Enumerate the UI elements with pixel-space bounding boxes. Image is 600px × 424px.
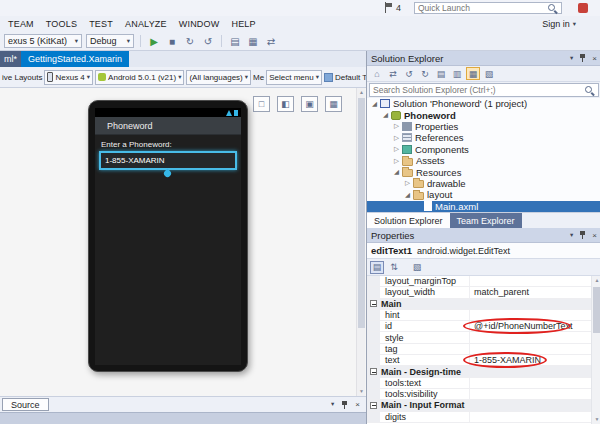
source-view-tab[interactable]: Source [2,398,49,411]
category-row-main[interactable]: Main [367,299,600,310]
phoneword-textview[interactable]: Enter a Phoneword: [101,140,241,149]
menu-help[interactable]: HELP [225,19,261,29]
expander-expanded-icon[interactable]: ◢ [381,111,390,119]
property-value[interactable]: 1-855-XAMARIN [470,355,591,365]
phone-number-edittext[interactable]: 1-855-XAMARIN [99,151,237,170]
undo-icon[interactable]: ↺ [201,34,215,48]
tree-item-assets[interactable]: ▷ Assets [367,155,600,166]
collapse-icon[interactable] [370,402,377,409]
sync-with-active-document-icon[interactable]: ▦ [466,67,480,80]
expander-collapsed-icon[interactable]: ▷ [392,145,401,153]
menu-team[interactable]: TEAM [2,19,40,29]
device-target-dropdown[interactable]: exus 5 (KitKat) ▾ [4,34,82,48]
property-row-tools-visibility[interactable]: tools:visibility [367,389,600,400]
refresh-icon[interactable]: ↻ [183,34,197,48]
menu-test[interactable]: TEST [83,19,119,29]
property-value[interactable] [470,412,591,422]
category-row-input-format[interactable]: Main - Input Format [367,400,600,411]
grid-toggle-icon[interactable]: ▦ [325,96,342,112]
show-all-files-icon[interactable]: ▥ [450,67,464,80]
menu-analyze[interactable]: ANALYZE [119,19,173,29]
designer-device-combo[interactable]: Nexus 4 ▾ [44,70,93,85]
categorized-icon[interactable]: ▤ [370,261,384,274]
chevron-down-icon[interactable]: ▾ [570,55,573,62]
property-row-hint[interactable]: hint [367,310,600,321]
tree-item-layout[interactable]: ◢ layout [367,189,600,200]
search-box[interactable] [369,83,599,97]
property-value[interactable] [470,389,591,399]
chevron-down-icon[interactable]: ▾ [331,401,334,408]
menu-tools[interactable]: TOOLS [40,19,83,29]
scroll-down-icon[interactable]: ▼ [357,387,366,396]
scroll-down-icon[interactable]: ▼ [592,415,600,424]
tree-item-project[interactable]: ◢ Phoneword [367,109,600,120]
alphabetical-icon[interactable]: ⇅ [387,261,401,274]
pin-icon[interactable] [578,230,587,240]
sign-in-button[interactable]: Sign in ▾ [542,16,576,32]
close-icon[interactable]: × [355,400,360,409]
close-icon[interactable]: × [592,54,597,63]
emulator-manager-icon[interactable]: ▦ [246,34,260,48]
canvas-vertical-scrollbar[interactable]: ▲ ▼ [356,88,365,396]
configuration-dropdown[interactable]: Debug ▾ [86,34,134,48]
switch-views-icon[interactable]: ⇄ [386,67,400,80]
expander-collapsed-icon[interactable]: ▷ [392,122,401,130]
property-row-tools-text[interactable]: tools:text [367,378,600,389]
refresh-icon[interactable]: ↻ [418,67,432,80]
property-value[interactable]: match_parent [470,287,591,297]
tree-item-properties[interactable]: ▷ Properties [367,121,600,132]
tree-item-components[interactable]: ▷ Components [367,144,600,155]
property-row-layout-width[interactable]: layout_width match_parent [367,287,600,298]
designer-language-combo[interactable]: (All languages) ▾ [186,70,251,85]
zoom-fit-icon[interactable]: ◧ [277,96,294,112]
scroll-up-icon[interactable]: ▲ [592,276,600,285]
home-icon[interactable]: ⌂ [370,67,384,80]
feedback-icon[interactable] [578,3,588,13]
selected-object-row[interactable]: editText1 android.widget.EditText [367,243,600,259]
zoom-actual-icon[interactable]: ▣ [301,96,318,112]
expander-expanded-icon[interactable]: ◢ [392,168,401,176]
designer-version-combo[interactable]: Android 5.0.1 (v21) ▾ [95,70,184,85]
pin-icon[interactable] [578,53,587,63]
tab-team-explorer[interactable]: Team Explorer [450,213,522,228]
document-tab-partial[interactable]: ml* [0,51,21,67]
designer-menu-combo[interactable]: Select menu ▾ [266,70,322,85]
pin-icon[interactable] [340,400,349,410]
collapse-icon[interactable] [370,300,377,307]
quick-launch-input[interactable] [418,3,547,13]
alternative-layouts-button[interactable]: ive Layouts [2,73,42,82]
property-row-style[interactable]: style [367,332,600,343]
tab-solution-explorer[interactable]: Solution Explorer [367,213,450,228]
properties-header[interactable]: Properties ▾ × [367,228,600,243]
menu-window[interactable]: WINDOW [173,19,226,29]
scroll-up-icon[interactable]: ▲ [357,88,366,97]
property-value[interactable] [470,378,591,388]
start-debug-icon[interactable]: ▶ [147,34,161,48]
device-log-icon[interactable]: ⇄ [264,34,278,48]
property-value[interactable]: @+id/PhoneNumberText [470,321,591,331]
notifications-button[interactable]: 4 [384,2,401,13]
property-pages-icon[interactable]: ▧ [410,261,424,274]
tree-item-resources[interactable]: ◢ Resources [367,166,600,177]
solution-search-input[interactable] [373,85,584,95]
document-tab-active[interactable]: GettingStarted.Xamarin [21,51,129,67]
collapsed-panel-strip[interactable] [0,412,366,424]
scrollbar-thumb[interactable] [358,98,365,328]
chevron-down-icon[interactable]: ▾ [570,232,573,239]
property-row-text[interactable]: text 1-855-XAMARIN [367,355,600,366]
scrollbar-thumb[interactable] [593,287,600,333]
design-surface[interactable]: □ ◧ ▣ ▦ Phoneword Enter a Phoneword: 1-8… [0,88,366,396]
selection-tool-icon[interactable]: □ [253,96,270,112]
sdk-manager-icon[interactable]: ▤ [228,34,242,48]
property-value[interactable] [470,344,591,354]
expander-collapsed-icon[interactable]: ▷ [392,157,401,165]
properties-window-icon[interactable]: ▧ [482,67,496,80]
tree-item-solution[interactable]: ◢ Solution 'Phoneword' (1 project) [367,98,600,109]
expander-collapsed-icon[interactable]: ▷ [392,134,401,142]
property-value[interactable] [470,310,591,320]
designer-theme-combo[interactable]: Default Theme [335,73,366,82]
collapse-icon[interactable] [370,368,377,375]
solution-explorer-header[interactable]: Solution Explorer ▾ × [367,51,600,66]
property-value[interactable] [470,332,591,342]
expander-expanded-icon[interactable]: ◢ [403,191,412,199]
